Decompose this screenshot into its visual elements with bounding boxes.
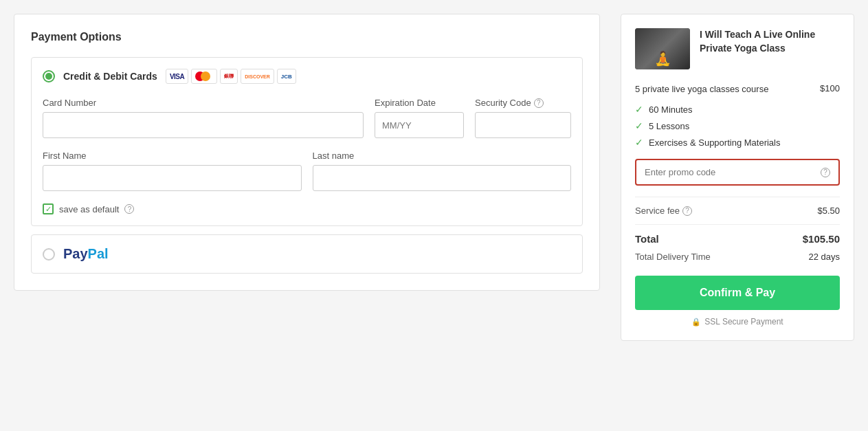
paypal-logo: PayPal [63,246,109,262]
feature-item: ✓ 60 Minutes [635,104,840,115]
paypal-pay-text: Pay [63,246,88,261]
confirm-pay-button[interactable]: Confirm & Pay [635,276,840,310]
ssl-label: SSL Secure Payment [704,317,783,327]
last-name-label: Last name [313,151,572,161]
security-input[interactable] [475,112,571,138]
order-summary: 🧘 I Will Teach A Live Online Private Yog… [621,14,854,341]
service-fee-label: Service fee [635,206,680,216]
unionpay-logo: 銀聯 [220,69,238,84]
mastercard-logo [191,69,217,84]
card-number-group: Card Number [43,98,364,138]
divider-2 [635,224,840,225]
feature-text-2: 5 Lessons [649,121,689,131]
feature-item: ✓ 5 Lessons [635,120,840,131]
check-icon-2: ✓ [635,120,643,131]
security-label: Security Code [475,98,531,108]
service-fee-row: Service fee ? $5.50 [635,206,840,216]
visa-logo: VISA [166,69,188,84]
first-name-input[interactable] [43,165,302,191]
security-help-icon[interactable]: ? [534,98,544,108]
card-number-label: Card Number [43,98,364,108]
name-row: First Name Last name [43,151,571,191]
delivery-label: Total Delivery Time [635,252,711,262]
promo-code-input[interactable] [645,167,816,177]
course-name: 5 private live yoga classes course [635,83,768,96]
first-name-group: First Name [43,151,302,191]
feature-text-3: Exercises & Supporting Materials [649,137,780,148]
last-name-input[interactable] [313,165,572,191]
discover-logo: DISCOVER [241,69,274,84]
feature-list: ✓ 60 Minutes ✓ 5 Lessons ✓ Exercises & S… [635,104,840,148]
check-icon-3: ✓ [635,137,643,148]
divider [635,197,840,197]
total-value: $105.50 [803,233,840,245]
credit-card-option: Credit & Debit Cards VISA 銀聯 [31,57,583,226]
save-default-row: ✓ save as default ? [43,203,571,214]
card-number-input[interactable] [43,112,364,138]
product-title: I Will Teach A Live Online Private Yoga … [700,28,840,69]
page-container: Payment Options Credit & Debit Cards VIS… [14,14,854,341]
service-fee-help-icon[interactable]: ? [682,206,692,216]
ssl-row: 🔒 SSL Secure Payment [635,317,840,327]
promo-help-icon[interactable]: ? [821,168,830,177]
course-price: $100 [820,83,840,93]
jcb-logo: JCB [277,69,296,84]
product-header: 🧘 I Will Teach A Live Online Private Yog… [635,28,840,69]
paypal-pal-text: Pal [88,246,109,261]
credit-card-header: Credit & Debit Cards VISA 銀聯 [43,69,571,84]
security-group: Security Code ? [475,98,571,138]
save-default-help-icon[interactable]: ? [124,204,134,214]
card-logos: VISA 銀聯 DISCOVER JCB [166,69,296,84]
check-icon-1: ✓ [635,104,643,115]
credit-card-radio[interactable] [43,70,55,82]
expiry-input[interactable] [375,112,464,138]
expiry-label: Expiration Date [375,98,464,108]
paypal-header: PayPal [43,246,571,262]
delivery-row: Total Delivery Time 22 days [635,252,840,262]
total-row: Total $105.50 [635,233,840,245]
payment-panel: Payment Options Credit & Debit Cards VIS… [14,14,600,291]
feature-text-1: 60 Minutes [649,104,693,115]
lock-icon: 🔒 [691,318,701,327]
paypal-option: PayPal [31,234,583,274]
paypal-radio[interactable] [43,248,55,261]
last-name-group: Last name [313,151,572,191]
save-default-label: save as default [59,204,119,214]
feature-item: ✓ Exercises & Supporting Materials [635,137,840,148]
payment-panel-title: Payment Options [31,31,583,43]
total-label: Total [635,233,659,245]
save-default-checkbox[interactable]: ✓ [43,203,54,214]
delivery-value: 22 days [808,252,840,262]
promo-code-wrapper[interactable]: ? [635,159,840,186]
expiry-group: Expiration Date [375,98,464,138]
first-name-label: First Name [43,151,302,161]
credit-card-label: Credit & Debit Cards [63,71,157,82]
card-info-row: Card Number Expiration Date Security Cod… [43,98,571,138]
service-fee-value: $5.50 [817,206,840,216]
product-thumbnail: 🧘 [635,28,690,69]
course-line: 5 private live yoga classes course $100 [635,83,840,96]
card-form: Card Number Expiration Date Security Cod… [43,98,571,214]
